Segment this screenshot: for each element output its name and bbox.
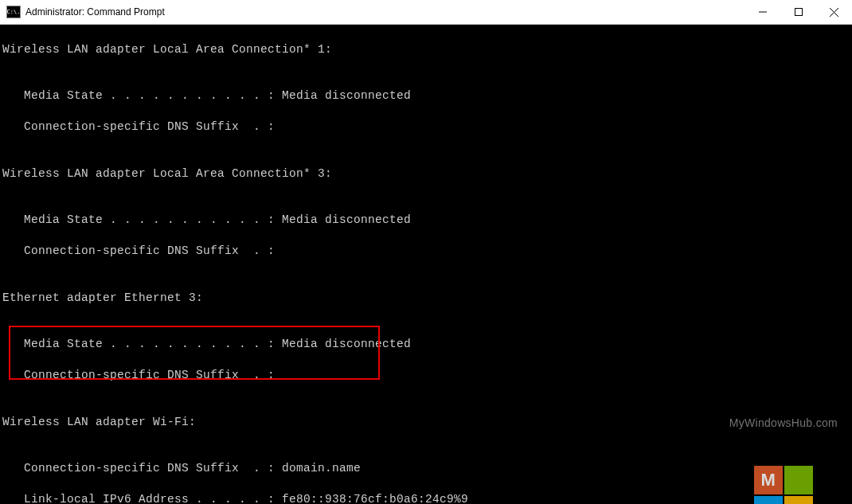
svg-rect-1: [795, 9, 802, 16]
titlebar-controls: [745, 0, 852, 24]
output-line: Media State . . . . . . . . . . . : Medi…: [2, 88, 852, 104]
command-prompt-window: C:\. Administrator: Command Prompt Wirel…: [0, 0, 852, 504]
output-line: Link-local IPv6 Address . . . . . : fe80…: [2, 492, 852, 504]
output-line: Connection-specific DNS Suffix . :: [2, 368, 852, 384]
terminal-output[interactable]: Wireless LAN adapter Local Area Connecti…: [0, 25, 852, 504]
output-line: Media State . . . . . . . . . . . : Medi…: [2, 337, 852, 353]
output-line: Connection-specific DNS Suffix . : domai…: [2, 461, 852, 477]
titlebar[interactable]: C:\. Administrator: Command Prompt: [0, 0, 852, 25]
output-line: Wireless LAN adapter Local Area Connecti…: [2, 42, 852, 58]
titlebar-left: C:\. Administrator: Command Prompt: [0, 6, 165, 18]
cmd-icon: C:\.: [6, 6, 21, 18]
minimize-button[interactable]: [745, 0, 780, 24]
output-line: Connection-specific DNS Suffix . :: [2, 244, 852, 260]
window-title: Administrator: Command Prompt: [25, 6, 165, 18]
output-line: Wireless LAN adapter Wi-Fi:: [2, 415, 852, 431]
close-button[interactable]: [816, 0, 852, 24]
maximize-button[interactable]: [780, 0, 816, 24]
output-line: Wireless LAN adapter Local Area Connecti…: [2, 166, 852, 182]
output-line: Ethernet adapter Ethernet 3:: [2, 291, 852, 307]
output-line: Media State . . . . . . . . . . . : Medi…: [2, 213, 852, 229]
watermark: MyWindowsHub.com M W: [729, 385, 838, 504]
output-line: Connection-specific DNS Suffix . :: [2, 119, 852, 135]
